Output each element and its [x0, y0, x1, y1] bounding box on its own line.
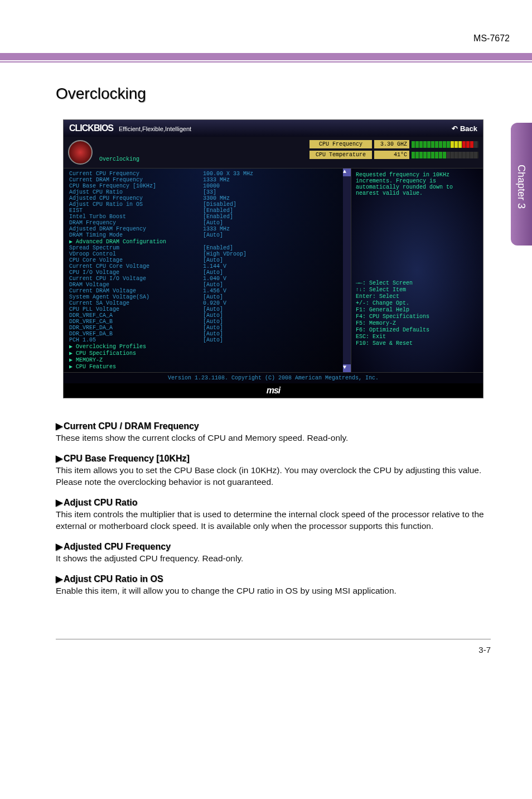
page-number: 3-7: [478, 645, 491, 654]
triangle-icon: ▶: [56, 454, 62, 463]
page-header: MS-7672: [0, 0, 532, 53]
setting-value: [High VDroop]: [203, 251, 246, 257]
setting-value: 1.456 V: [203, 288, 226, 294]
setting-row[interactable]: Adjust CPU Ratio in OS[Disabled]: [69, 201, 349, 208]
bios-scrollbar[interactable]: ▲ ▼: [343, 169, 351, 372]
setting-row[interactable]: DRAM Timing Mode[Auto]: [69, 232, 349, 238]
setting-row[interactable]: Current DRAM Frequency1333 MHz: [69, 177, 349, 183]
setting-value: [Auto]: [203, 220, 223, 226]
setting-row[interactable]: ▶ MEMORY-Z: [69, 357, 349, 363]
setting-row[interactable]: Spread Spectrum[Enabled]: [69, 245, 349, 251]
setting-value: [Auto]: [203, 312, 223, 319]
help-key-item: ↑↓: Select Item: [356, 287, 478, 293]
setting-label: System Agent Voltage(SA): [69, 294, 203, 300]
bios-logo: CLICKBIOS: [69, 123, 113, 133]
bios-logo-subtitle: Efficient,Flexible,Intelligent: [119, 126, 191, 132]
setting-label: Current CPU I/O Voltage: [69, 276, 203, 282]
page-footer: 3-7: [56, 639, 491, 660]
setting-label: ▶ Advanced DRAM Configuration: [69, 238, 203, 245]
setting-label: ▶ CPU Specifications: [69, 350, 203, 357]
setting-row[interactable]: EIST[Enabled]: [69, 208, 349, 214]
setting-value: 10000: [203, 183, 220, 189]
setting-row[interactable]: ▶ Overclocking Profiles: [69, 343, 349, 350]
setting-value: 3300 MHz: [203, 195, 230, 201]
setting-row[interactable]: Adjusted DRAM Frequency1333 MHz: [69, 226, 349, 232]
description-text: This item allows you to set the CPU Base…: [56, 465, 491, 488]
setting-row[interactable]: Intel Turbo Boost[Enabled]: [69, 214, 349, 220]
help-key-item: F10: Save & Reset: [356, 340, 478, 346]
help-key-item: F6: Optimized Defaults: [356, 327, 478, 333]
setting-label: Current DRAM Voltage: [69, 288, 203, 294]
scroll-down-icon[interactable]: ▼: [343, 364, 351, 372]
setting-label: DDR_VREF_CA_B: [69, 319, 203, 325]
setting-label: CPU Core Voltage: [69, 257, 203, 263]
setting-value: [Auto]: [203, 306, 223, 312]
setting-row[interactable]: ▶ CPU Specifications: [69, 350, 349, 357]
setting-value: [Enabled]: [203, 245, 233, 251]
setting-row[interactable]: Current SA Voltage0.920 V: [69, 300, 349, 306]
bios-settings-panel: Current CPU Frequency100.00 X 33 MHzCurr…: [64, 169, 351, 372]
back-icon: ↶: [452, 124, 460, 133]
setting-row[interactable]: DDR_VREF_DA_B[Auto]: [69, 331, 349, 337]
help-key-item: ESC: Exit: [356, 334, 478, 340]
overclocking-icon[interactable]: [68, 140, 93, 165]
setting-row[interactable]: CPU PLL Voltage[Auto]: [69, 306, 349, 312]
setting-value: [Auto]: [203, 331, 223, 337]
description-text: This item controls the multiplier that i…: [56, 509, 491, 532]
description-section: ▶Current CPU / DRAM FrequencyThese items…: [56, 421, 491, 596]
setting-label: Adjusted DRAM Frequency: [69, 226, 203, 232]
setting-row[interactable]: ▶ Advanced DRAM Configuration: [69, 238, 349, 245]
setting-label: EIST: [69, 208, 203, 214]
setting-row[interactable]: CPU Core Voltage[Auto]: [69, 257, 349, 263]
setting-row[interactable]: Current CPU Frequency100.00 X 33 MHz: [69, 171, 349, 177]
setting-label: ▶ CPU Features: [69, 363, 203, 370]
triangle-icon: ▶: [56, 542, 62, 551]
setting-value: [Auto]: [203, 232, 223, 238]
setting-row[interactable]: DRAM Voltage[Auto]: [69, 282, 349, 288]
setting-row[interactable]: PCH 1.05[Auto]: [69, 337, 349, 343]
description-text: These items show the current clocks of C…: [56, 432, 491, 444]
setting-value: [Auto]: [203, 337, 223, 343]
setting-row[interactable]: ▶ CPU Features: [69, 363, 349, 370]
cpu-temp-label: CPU Temperature: [309, 151, 372, 159]
scroll-up-icon[interactable]: ▲: [343, 169, 351, 176]
description-text: It shows the adjusted CPU frequency. Rea…: [56, 553, 491, 565]
setting-value: 100.00 X 33 MHz: [203, 171, 253, 177]
setting-label: DDR_VREF_DA_A: [69, 325, 203, 331]
setting-row[interactable]: DDR_VREF_CA_A[Auto]: [69, 312, 349, 319]
setting-row[interactable]: Current DRAM Voltage1.456 V: [69, 288, 349, 294]
setting-label: ▶ Overclocking Profiles: [69, 343, 203, 350]
chapter-tab: Chapter 3: [511, 123, 532, 246]
help-key-item: F4: CPU Specifications: [356, 314, 478, 320]
setting-label: DRAM Voltage: [69, 282, 203, 288]
setting-row[interactable]: Adjust CPU Ratio[33]: [69, 189, 349, 195]
triangle-icon: ▶: [56, 421, 62, 431]
setting-row[interactable]: CPU I/O Voltage[Auto]: [69, 269, 349, 276]
setting-label: DDR_VREF_DA_B: [69, 331, 203, 337]
setting-row[interactable]: CPU Base Frequency [10KHz]10000: [69, 183, 349, 189]
setting-label: DRAM Frequency: [69, 220, 203, 226]
setting-value: 0.920 V: [203, 300, 226, 306]
bios-help-panel: Requested frequency in 10KHz increments.…: [351, 169, 483, 372]
setting-row[interactable]: VDroop Control[High VDroop]: [69, 251, 349, 257]
setting-row[interactable]: Adjusted CPU Frequency3300 MHz: [69, 195, 349, 201]
setting-row[interactable]: System Agent Voltage(SA)[Auto]: [69, 294, 349, 300]
bios-version-line: Version 1.23.1108. Copyright (C) 2008 Am…: [64, 372, 483, 383]
setting-label: Intel Turbo Boost: [69, 214, 203, 220]
setting-value: [Auto]: [203, 294, 223, 300]
setting-value: [Auto]: [203, 257, 223, 263]
setting-row[interactable]: DDR_VREF_DA_A[Auto]: [69, 325, 349, 331]
cpu-temp-value: 41°C: [374, 151, 409, 159]
help-key-item: F5: Memory-Z: [356, 320, 478, 326]
model-number: MS-7672: [473, 33, 510, 44]
bios-section-title: Overclocking: [97, 156, 139, 165]
setting-row[interactable]: Current CPU I/O Voltage1.040 V: [69, 276, 349, 282]
back-button[interactable]: ↶ Back: [452, 124, 477, 133]
setting-value: [Auto]: [203, 282, 223, 288]
setting-row[interactable]: DDR_VREF_CA_B[Auto]: [69, 319, 349, 325]
cpu-temp-bar: [412, 152, 478, 158]
setting-row[interactable]: Current CPU Core Voltage1.144 V: [69, 263, 349, 269]
setting-row[interactable]: DRAM Frequency[Auto]: [69, 220, 349, 226]
description-heading: ▶Adjust CPU Ratio: [56, 497, 491, 508]
setting-value: [Auto]: [203, 269, 223, 276]
